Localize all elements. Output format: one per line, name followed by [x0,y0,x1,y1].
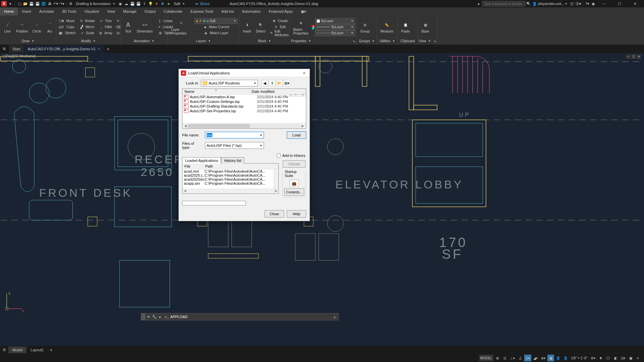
tab-automation[interactable]: Automation [238,7,265,15]
save-indicator-icon[interactable]: ▸ [476,1,482,6]
cmd-wrench-icon[interactable]: 🔧 [151,315,157,319]
status-anno2-icon[interactable]: 👤 [562,355,569,361]
close-button[interactable]: ✕ [627,0,643,7]
scale-button[interactable]: ⤢Scale [78,30,96,36]
loaded-hscrollbar[interactable]: ◀▶ [182,189,278,193]
cmdline-handle-icon[interactable]: ⋮⋮ [141,313,145,320]
share-arrow-icon[interactable]: ➦ [194,1,199,6]
tab-addins[interactable]: Add-ins [217,7,238,15]
web-icon[interactable]: 🌐 [41,1,46,6]
copy-button[interactable]: ⎘Copy [58,24,77,30]
tab-start[interactable]: Start [9,45,23,53]
array-button[interactable]: ⊞Array [97,30,114,36]
lineweight-combo[interactable]: ByLayer▼ [315,24,355,30]
file-row[interactable]: AutoLISP-Set-Properties.lsp2/21/2024 4:4… [182,109,306,113]
loaded-row[interactable]: acad.mnlC:\Program Files\Autodesk\AutoCA… [182,169,278,173]
detect-button[interactable]: 🔍Detect [254,20,268,34]
user-icon[interactable]: 👤 [532,1,537,6]
tab-loaded-apps[interactable]: Loaded Applications [182,157,221,164]
back-button[interactable]: ◀ [261,80,268,86]
tab-3dtools[interactable]: 3D Tools [58,7,80,15]
save2-icon[interactable]: 💾 [130,1,135,6]
status-model[interactable]: MODEL [479,355,494,361]
status-hw-icon[interactable]: ⊡▾ [620,355,627,361]
tab-layout1[interactable]: Layout1 [26,347,48,353]
status-anno-icon[interactable]: 👤 [555,355,561,361]
viewport[interactable]: [-][Top][2D Wireframe] ─ ☐ ✕ [0,53,644,354]
scroll-left-icon[interactable]: ◀ [183,124,188,128]
line-button[interactable]: ╱Line [1,20,13,34]
add-layout-button[interactable]: + [50,347,52,353]
sqft-dropdown[interactable]: Sqft ▼ [172,2,187,6]
mirror-button[interactable]: ▞Mirror [78,24,96,30]
newfolder-button[interactable]: 📂 [276,80,283,86]
app-logo[interactable]: A [1,1,7,6]
colorwheel-icon[interactable] [311,25,314,29]
scroll-right-icon[interactable]: ▶ [301,124,305,128]
freeze-icon[interactable]: ❄ [160,1,165,6]
layer-icon[interactable]: ◉ [118,1,123,6]
status-gear-icon[interactable]: ⚙▾ [589,355,597,361]
tab-file[interactable]: AutoCAD-FY25-Offi...y-Insights-Demo-V1× [24,45,104,53]
layerprops-button[interactable]: ≡Layer Properties [169,18,194,36]
tab-insert[interactable]: Insert [18,7,35,15]
makecurrent-button[interactable]: ◈Make Current [194,24,238,30]
filetype-combo[interactable]: AutoLISP Files (*.lsp) ▼ [205,142,264,149]
up-button[interactable]: ⬆ [269,80,275,86]
file-list-scrollbar[interactable]: ◀ ▶ [182,123,306,128]
help-button[interactable]: Help [287,210,306,218]
rotate-button[interactable]: ↻Rotate [78,18,96,24]
tab-expresstools[interactable]: Express Tools [186,7,217,15]
help-icon[interactable]: ?▾ [585,1,590,6]
tab-manage[interactable]: Manage [119,7,141,15]
filename-input[interactable]: loa ▼ [205,132,264,138]
username-label[interactable]: shiyamdev.srit... [538,2,564,6]
arc-button[interactable]: ⌒Arc [44,20,56,34]
col-date[interactable]: Date modified [250,89,306,94]
save3-icon[interactable]: 💾 [136,1,141,6]
tab-annotate[interactable]: Annotate [35,7,58,15]
search-input[interactable] [482,1,526,6]
close-tab-icon[interactable]: × [98,47,100,51]
status-osnap-icon[interactable]: ⊙▾ [524,355,531,361]
status-grid-icon[interactable]: ⊞ [494,355,501,361]
lookin-combo[interactable]: AutoLISP Routines ▼ [201,80,258,86]
open-icon[interactable]: 📂 [23,1,28,6]
status-ortho-icon[interactable]: ⊥▾ [509,355,516,361]
dialog-close-button[interactable]: × [301,70,308,76]
matchprops-button[interactable]: ⊕Match Properties [291,18,311,36]
command-line[interactable]: ⋮⋮ ✕ 🔧 ▸ >_ APPLOAD ▲ [141,313,339,320]
file-list-body[interactable]: AutoLISP-Automation-A.lsp2/21/2024 4:40 … [182,95,306,123]
search-icon[interactable]: 🔍 [526,1,531,6]
views-button[interactable]: ⊞▾ [283,80,290,86]
status-otrack-icon[interactable]: ⊕▾ [540,355,547,361]
undo-icon[interactable]: ↶▾ [53,1,58,6]
unload-button[interactable]: Unload [283,160,306,168]
tab-view[interactable]: View [103,7,119,15]
cmd-close-icon[interactable]: ✕ [145,315,151,319]
loaded-list-body[interactable]: acad.mnlC:\Program Files\Autodesk\AutoCA… [182,169,278,189]
hamburger-icon[interactable]: ≡ [3,347,6,353]
new-icon[interactable]: ▢ [17,1,22,6]
scroll-right-icon[interactable]: ▶ [274,189,278,193]
create-button[interactable]: ✚Create [268,18,291,24]
base-button[interactable]: ▦Base [419,20,431,34]
status-3dosnap-icon[interactable]: ◢▾ [532,355,539,361]
dialog-titlebar[interactable]: A Load/Unload Applications × [179,69,310,77]
tab-visualize[interactable]: Visualize [80,7,103,15]
app-icon[interactable]: Ⓐ▾ [576,1,581,6]
group-button[interactable]: ⊞Group [358,20,372,34]
editattr-button[interactable]: ✎Edit Attributes [268,30,291,36]
save-icon[interactable]: 💾 [29,1,34,6]
tab-history[interactable]: History list [221,157,244,164]
gear-icon[interactable]: ⚙ [68,1,73,6]
saveas-icon[interactable]: 💾 [35,1,40,6]
contents-button[interactable]: Contents... [284,188,304,196]
workspace-dropdown[interactable]: Drafting & Annotation ▼ [74,2,117,6]
menu-dropdown-icon[interactable]: ▾ [8,1,13,6]
maximize-button[interactable]: ☐ [612,0,627,7]
tab-collaborate[interactable]: Collaborate [160,7,186,15]
share-icon[interactable]: ⇪ [142,1,147,6]
polyline-button[interactable]: 〰Polyline [14,20,30,34]
circle-icon[interactable]: ◉ [591,1,596,6]
